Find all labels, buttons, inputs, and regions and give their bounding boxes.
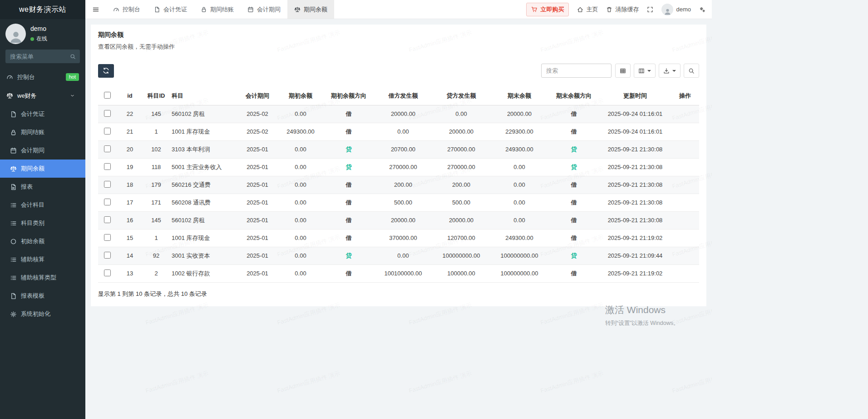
page-title: 期间余额	[98, 31, 699, 39]
cell-period: 2025-01	[237, 194, 278, 211]
column-header-opening-balance[interactable]: 期初余额	[278, 87, 323, 105]
sidebar-item-accounting-period[interactable]: 会计期间	[0, 141, 85, 160]
table-search-input[interactable]	[541, 64, 612, 78]
toolbar-toggle-view-button[interactable]	[615, 64, 631, 78]
tab-voucher[interactable]: 会计凭证	[147, 0, 194, 19]
nav-action-user[interactable]: demo	[661, 4, 691, 15]
toolbar-export-button[interactable]	[659, 64, 681, 78]
nav-action-fullscreen[interactable]	[647, 6, 653, 13]
row-checkbox[interactable]	[104, 269, 111, 276]
column-header-debit-amount[interactable]: 借方发生额	[374, 87, 432, 105]
nav-action-buy[interactable]: 立即购买	[526, 3, 569, 16]
cell-closing-balance: 0.00	[490, 158, 548, 176]
table-row: 17171560208 通讯费2025-010.00借500.00500.000…	[98, 194, 699, 211]
refresh-icon	[103, 67, 109, 74]
table-wrap: id科目ID科目会计期间期初余额期初余额方向借方发生额贷方发生额期末余额期末余额…	[91, 83, 706, 283]
cell-checkbox	[98, 229, 116, 247]
direction-value: 借	[571, 234, 577, 241]
period-balance-panel: 期间余额 查看区间余额，无需手动操作 id科目ID科目会计期间期初余额期初余额方…	[91, 25, 706, 306]
row-checkbox[interactable]	[104, 181, 111, 188]
cell-closing-direction: 贷	[548, 140, 599, 158]
tab-period-closing[interactable]: 期间结账	[194, 0, 241, 19]
sidebar-toggle[interactable]	[85, 0, 106, 19]
app-window: we财务演示站 demo 在线 控制台hotwe财务会计凭证期间结账会计期间期间…	[0, 0, 712, 419]
list-icon	[10, 202, 17, 209]
tab-label: 期间余额	[304, 5, 327, 14]
cell-subject-id: 102	[143, 140, 169, 158]
sidebar-item-period-balance[interactable]: 期间余额	[0, 160, 85, 178]
nav-action-home[interactable]: 主页	[577, 5, 598, 14]
cell-subject-id: 1	[143, 123, 169, 140]
sidebar-item-system-init[interactable]: 系统初始化	[0, 305, 85, 323]
balance-icon	[10, 165, 17, 172]
cell-opening-balance: 0.00	[278, 247, 323, 264]
toolbar-buttons	[615, 64, 699, 78]
sidebar-item-report[interactable]: 报表	[0, 178, 85, 196]
row-checkbox[interactable]	[104, 199, 111, 205]
caret-down-icon	[647, 70, 651, 72]
column-header-id[interactable]: id	[116, 87, 143, 105]
tab-dashboard[interactable]: 控制台	[106, 0, 147, 19]
direction-value: 借	[346, 128, 352, 135]
nav-action-label: 主页	[586, 5, 598, 14]
toolbar-search-button[interactable]	[684, 64, 699, 78]
menu-search-button[interactable]	[67, 51, 79, 62]
sidebar-item-period-closing[interactable]: 期间结账	[0, 123, 85, 141]
sidebar-submenu: 会计凭证期间结账会计期间期间余额报表会计科目科目类别初始余额辅助核算辅助核算类型…	[0, 105, 85, 323]
sidebar-item-report-template[interactable]: 报表模板	[0, 287, 85, 305]
cell-debit-amount: 500.00	[374, 194, 432, 211]
balance-icon	[294, 6, 301, 13]
menu-item-label: 会计凭证	[21, 110, 44, 118]
nav-action-settings[interactable]	[699, 6, 705, 13]
toolbar-columns-button[interactable]	[634, 64, 656, 78]
column-header-opening-direction[interactable]: 期初余额方向	[323, 87, 374, 105]
avatar	[661, 4, 673, 15]
cell-opening-balance: 0.00	[278, 211, 323, 229]
row-checkbox[interactable]	[104, 234, 111, 241]
menu-item-label: 辅助核算类型	[21, 274, 56, 282]
cell-opening-direction: 借	[323, 194, 374, 211]
sidebar-item-initial-balance[interactable]: 初始余额	[0, 232, 85, 250]
menu-item-label: 期间结账	[21, 128, 44, 136]
row-checkbox[interactable]	[104, 110, 111, 117]
watermark-text: FastAdmin应用插件 演示	[671, 369, 712, 395]
tab-period-balance[interactable]: 期间余额	[287, 0, 334, 19]
sidebar-item-dashboard[interactable]: 控制台hot	[0, 68, 85, 86]
user-avatar	[5, 24, 26, 44]
menu-item-label: 报表	[21, 183, 33, 191]
cell-period: 2025-01	[237, 247, 278, 264]
select-all-checkbox[interactable]	[104, 92, 111, 99]
sidebar-item-voucher[interactable]: 会计凭证	[0, 105, 85, 123]
column-header-operate[interactable]: 操作	[671, 87, 699, 105]
sidebar-item-auxiliary-accounting[interactable]: 辅助核算	[0, 250, 85, 269]
cell-credit-amount: 20000.00	[432, 211, 490, 229]
sidebar-item-subject-category[interactable]: 科目类别	[0, 214, 85, 232]
tab-label: 期间结账	[210, 5, 234, 14]
cell-id: 17	[116, 194, 143, 211]
column-header-period[interactable]: 会计期间	[237, 87, 278, 105]
column-header-closing-balance[interactable]: 期末余额	[490, 87, 548, 105]
sidebar-item-we-finance[interactable]: we财务	[0, 86, 85, 105]
row-checkbox[interactable]	[104, 128, 111, 135]
cell-credit-amount: 100000000.00	[432, 247, 490, 264]
column-header-updated-at[interactable]: 更新时间	[599, 87, 671, 105]
column-header-credit-amount[interactable]: 贷方发生额	[432, 87, 490, 105]
column-header-closing-direction[interactable]: 期末余额方向	[548, 87, 599, 105]
sidebar-item-accounting-subject[interactable]: 会计科目	[0, 196, 85, 214]
column-header-subject[interactable]: 科目	[169, 87, 237, 105]
row-checkbox[interactable]	[104, 163, 111, 170]
row-checkbox[interactable]	[104, 145, 111, 152]
sidebar-item-auxiliary-type[interactable]: 辅助核算类型	[0, 269, 85, 287]
row-checkbox[interactable]	[104, 216, 111, 223]
refresh-button[interactable]	[98, 64, 114, 78]
cell-opening-balance: 0.00	[278, 158, 323, 176]
row-checkbox[interactable]	[104, 252, 111, 259]
cell-subject: 560208 通讯费	[169, 194, 237, 211]
nav-action-clear-cache[interactable]: 清除缓存	[606, 5, 639, 14]
column-header-subject-id[interactable]: 科目ID	[143, 87, 169, 105]
cell-opening-direction: 借	[323, 176, 374, 194]
direction-value: 贷	[571, 146, 577, 153]
watermark-text: FastAdmin应用插件 演示	[539, 369, 604, 395]
cell-operate	[671, 229, 699, 247]
tab-accounting-period[interactable]: 会计期间	[241, 0, 287, 19]
